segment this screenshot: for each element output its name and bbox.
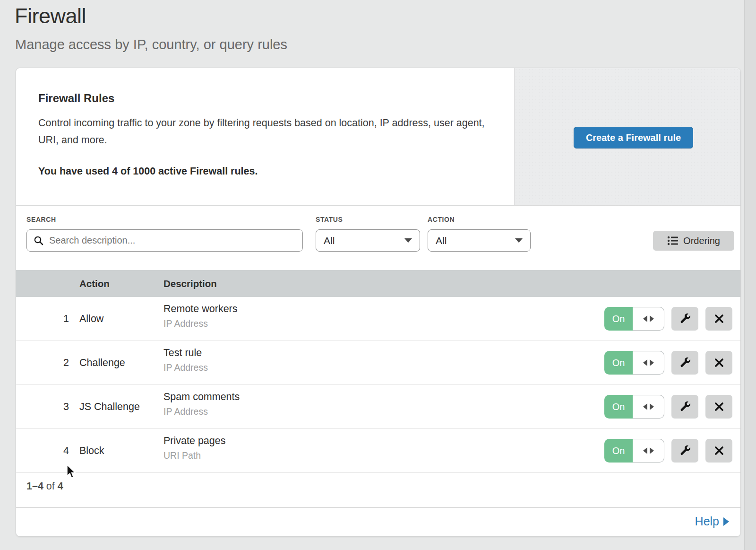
- toggle-arrows-icon: [643, 447, 647, 454]
- toggle-arrows-icon: [643, 359, 647, 366]
- toggle-on-label[interactable]: On: [604, 439, 633, 463]
- search-input[interactable]: [48, 235, 286, 246]
- delete-rule-button[interactable]: [705, 307, 732, 331]
- rule-description: Private pages: [163, 435, 225, 447]
- rule-description: Remote workers: [163, 303, 238, 315]
- rule-description-cell: Remote workers IP Address: [163, 303, 238, 329]
- rule-enabled-toggle[interactable]: On: [604, 307, 664, 331]
- ordering-button-label: Ordering: [683, 236, 720, 246]
- section-heading: Firewall Rules: [38, 92, 114, 105]
- window-edge-strip: [744, 0, 756, 550]
- rule-controls: On: [604, 307, 732, 331]
- toggle-arrows-icon: [650, 315, 654, 322]
- action-select-value: All: [436, 235, 447, 246]
- rule-action: Allow: [79, 313, 103, 325]
- rule-controls: On: [604, 395, 732, 419]
- delete-rule-button[interactable]: [705, 395, 732, 419]
- edit-rule-button[interactable]: [671, 351, 698, 375]
- rule-controls: On: [604, 351, 732, 375]
- wrench-icon: [679, 401, 691, 413]
- toggle-arrows-icon: [650, 403, 654, 410]
- rule-enabled-toggle[interactable]: On: [604, 439, 664, 463]
- rule-enabled-toggle[interactable]: On: [604, 351, 664, 375]
- rule-description-cell: Private pages URI Path: [163, 435, 225, 461]
- firewall-page: Firewall Manage access by IP, country, o…: [0, 0, 756, 550]
- column-header-action: Action: [79, 278, 110, 289]
- rule-enabled-toggle[interactable]: On: [604, 395, 664, 419]
- create-rule-panel: Create a Firewall rule: [514, 68, 740, 205]
- usage-note: You have used 4 of 1000 active Firewall …: [38, 166, 258, 177]
- page-title: Firewall: [15, 4, 86, 28]
- rule-description: Test rule: [163, 347, 208, 359]
- rule-priority: 3: [63, 401, 69, 413]
- close-icon: [714, 358, 724, 368]
- footer-divider: [16, 507, 740, 508]
- toggle-arrows-icon: [650, 359, 654, 366]
- rule-priority: 4: [63, 445, 69, 457]
- rule-match-type: IP Address: [163, 406, 240, 417]
- close-icon: [714, 445, 724, 456]
- table-row: 1 Allow Remote workers IP Address On: [16, 297, 740, 341]
- status-select[interactable]: All: [316, 229, 420, 252]
- edit-rule-button[interactable]: [671, 395, 698, 419]
- rule-description-cell: Spam comments IP Address: [163, 391, 240, 417]
- search-icon: [34, 236, 44, 246]
- toggle-on-label[interactable]: On: [604, 307, 633, 331]
- delete-rule-button[interactable]: [705, 439, 732, 463]
- edit-rule-button[interactable]: [671, 307, 698, 331]
- wrench-icon: [679, 313, 691, 325]
- rule-priority: 2: [63, 357, 69, 369]
- rule-action: Block: [79, 445, 104, 457]
- toggle-handle[interactable]: [633, 395, 664, 419]
- table-row: 4 Block Private pages URI Path On: [16, 429, 740, 473]
- table-row: 2 Challenge Test rule IP Address On: [16, 341, 740, 385]
- column-header-description: Description: [163, 278, 217, 289]
- rule-match-type: URI Path: [163, 450, 225, 461]
- close-icon: [714, 314, 724, 324]
- search-field-container[interactable]: [26, 229, 303, 252]
- pagination-range: 1–4: [26, 480, 43, 492]
- pagination-total: 4: [58, 480, 63, 492]
- toggle-handle[interactable]: [633, 439, 664, 463]
- toggle-handle[interactable]: [633, 351, 664, 375]
- help-arrow-icon: [723, 517, 729, 526]
- caret-down-icon: [404, 238, 412, 243]
- create-firewall-rule-button[interactable]: Create a Firewall rule: [574, 127, 693, 148]
- rule-action: JS Challenge: [79, 401, 140, 413]
- wrench-icon: [679, 357, 691, 369]
- help-link[interactable]: Help: [695, 515, 729, 528]
- ordering-button[interactable]: Ordering: [653, 231, 734, 251]
- pagination-status: 1–4 of 4: [26, 480, 63, 492]
- pagination-of: of: [46, 480, 55, 492]
- status-select-value: All: [324, 235, 335, 246]
- help-link-label: Help: [695, 515, 719, 528]
- wrench-icon: [679, 445, 691, 457]
- rule-description-cell: Test rule IP Address: [163, 347, 208, 373]
- rule-match-type: IP Address: [163, 362, 208, 373]
- table-header: Action Description: [16, 270, 740, 297]
- toggle-arrows-icon: [643, 403, 647, 410]
- ordering-list-icon: [667, 236, 679, 246]
- page-subtitle: Manage access by IP, country, or query r…: [15, 37, 287, 52]
- action-select[interactable]: All: [428, 229, 531, 252]
- toggle-arrows-icon: [643, 315, 647, 322]
- caret-down-icon: [515, 238, 523, 243]
- toggle-on-label[interactable]: On: [604, 395, 633, 419]
- status-label: STATUS: [316, 216, 343, 223]
- toggle-on-label[interactable]: On: [604, 351, 633, 375]
- rules-table-body: 1 Allow Remote workers IP Address On 2 C…: [16, 297, 740, 473]
- delete-rule-button[interactable]: [705, 351, 732, 375]
- close-icon: [714, 402, 724, 412]
- rule-action: Challenge: [79, 357, 125, 369]
- rule-description: Spam comments: [163, 391, 240, 403]
- section-description: Control incoming traffic to your zone by…: [38, 114, 485, 148]
- edit-rule-button[interactable]: [671, 439, 698, 463]
- table-row: 3 JS Challenge Spam comments IP Address …: [16, 385, 740, 429]
- action-label: ACTION: [428, 216, 455, 223]
- search-label: SEARCH: [26, 216, 56, 223]
- rule-match-type: IP Address: [163, 318, 238, 329]
- toggle-arrows-icon: [650, 447, 654, 454]
- toggle-handle[interactable]: [633, 307, 664, 331]
- firewall-rules-card: Firewall Rules Control incoming traffic …: [16, 68, 741, 537]
- rule-priority: 1: [63, 313, 69, 325]
